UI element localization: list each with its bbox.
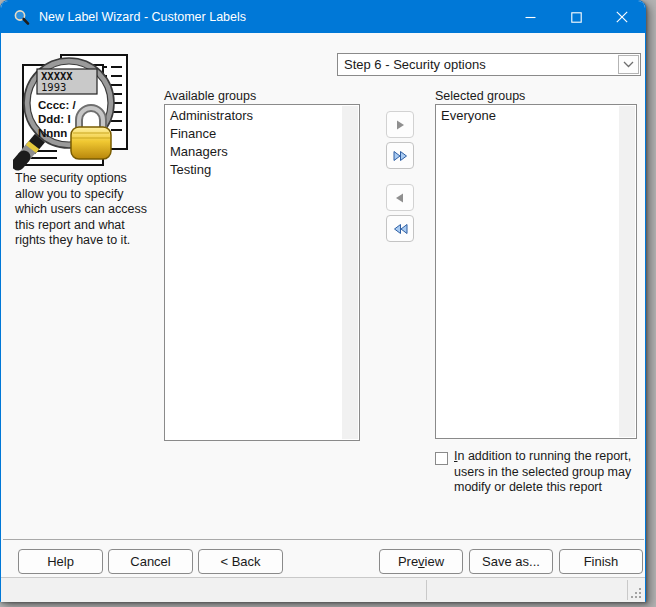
- titlebar[interactable]: New Label Wizard - Customer Labels: [1, 1, 645, 33]
- back-button[interactable]: < Back: [198, 549, 283, 574]
- save-as-button[interactable]: Save as...: [469, 549, 553, 574]
- list-item[interactable]: Everyone: [436, 107, 636, 125]
- status-bar-separator: [627, 580, 628, 600]
- step-selector-value: Step 6 - Security options: [344, 57, 486, 72]
- status-bar: [1, 577, 645, 602]
- svg-text:Ddd: I: Ddd: I: [38, 113, 71, 125]
- list-item[interactable]: Testing: [165, 161, 359, 179]
- svg-text:1993: 1993: [41, 81, 66, 93]
- modify-rights-checkbox-row: In addition to running the report, users…: [435, 449, 635, 496]
- svg-text:Nnnn: Nnnn: [38, 127, 67, 139]
- help-button[interactable]: Help: [18, 549, 103, 574]
- move-all-right-icon: [393, 150, 408, 162]
- move-left-button[interactable]: [386, 184, 414, 211]
- maximize-icon: [571, 12, 582, 23]
- available-groups-label: Available groups: [164, 89, 256, 103]
- preview-label-pre: Pre: [398, 554, 418, 569]
- combobox-dropdown-button[interactable]: [618, 55, 639, 74]
- resize-grip[interactable]: [630, 587, 642, 599]
- magnifier-icon: [13, 9, 30, 26]
- available-groups-scrollbar[interactable]: [342, 106, 358, 439]
- security-wizard-graphic: XXXXX 1993 Cccc: / Ddd: I Nnnn: [13, 45, 145, 173]
- status-bar-separator: [426, 580, 427, 600]
- move-right-icon: [394, 119, 406, 131]
- cancel-button[interactable]: Cancel: [108, 549, 193, 574]
- move-all-right-button[interactable]: [386, 142, 414, 169]
- preview-button[interactable]: Preview: [379, 549, 463, 574]
- selected-groups-listbox[interactable]: Everyone: [435, 104, 637, 439]
- modify-rights-label: In addition to running the report, users…: [454, 449, 635, 496]
- close-icon: [616, 11, 628, 23]
- maximize-button[interactable]: [553, 1, 599, 33]
- svg-text:Cccc: /: Cccc: /: [38, 99, 77, 111]
- list-item[interactable]: Managers: [165, 143, 359, 161]
- move-left-icon: [394, 192, 406, 204]
- selected-groups-label: Selected groups: [435, 89, 525, 103]
- finish-button[interactable]: Finish: [559, 549, 643, 574]
- move-right-button[interactable]: [386, 111, 414, 138]
- minimize-icon: [525, 12, 536, 23]
- list-item[interactable]: Administrators: [165, 107, 359, 125]
- modify-rights-label-rest: n addition to running the report, users …: [454, 449, 631, 494]
- available-groups-listbox[interactable]: Administrators Finance Managers Testing: [164, 104, 360, 441]
- list-item[interactable]: Finance: [165, 125, 359, 143]
- step-selector-combobox[interactable]: Step 6 - Security options: [337, 53, 641, 76]
- wizard-dialog-window: New Label Wizard - Customer Labels S: [0, 0, 646, 602]
- move-all-left-icon: [393, 223, 408, 235]
- security-description: The security options allow you to specif…: [15, 171, 148, 249]
- move-all-left-button[interactable]: [386, 215, 414, 242]
- selected-groups-scrollbar[interactable]: [619, 106, 635, 437]
- close-button[interactable]: [599, 1, 645, 33]
- button-row-divider: [3, 539, 644, 540]
- preview-label-post: iew: [425, 554, 445, 569]
- modify-rights-checkbox[interactable]: [435, 452, 448, 465]
- minimize-button[interactable]: [507, 1, 553, 33]
- chevron-down-icon: [623, 61, 634, 68]
- window-title: New Label Wizard - Customer Labels: [39, 10, 246, 24]
